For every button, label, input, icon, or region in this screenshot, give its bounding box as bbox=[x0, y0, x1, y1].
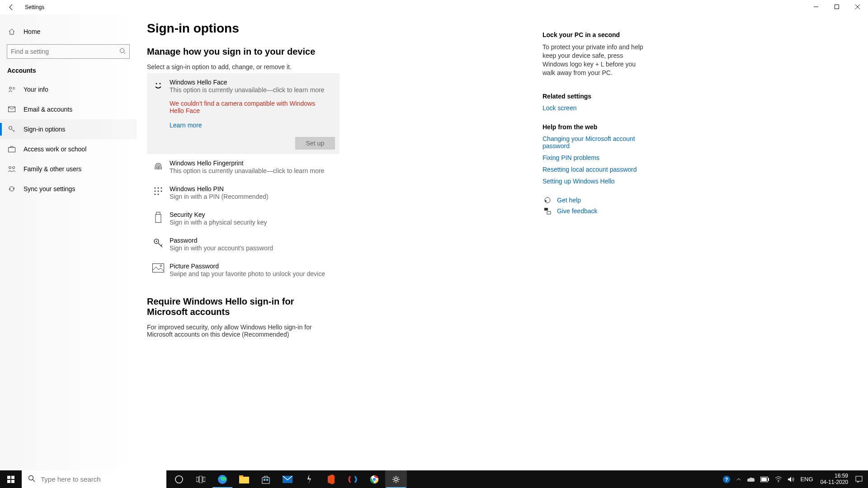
svg-rect-38 bbox=[7, 476, 10, 479]
search-settings[interactable] bbox=[7, 44, 130, 59]
svg-rect-47 bbox=[203, 477, 205, 482]
svg-rect-49 bbox=[239, 477, 249, 483]
svg-rect-40 bbox=[7, 480, 10, 483]
svg-point-14 bbox=[9, 167, 11, 169]
svg-point-33 bbox=[160, 265, 162, 267]
rail-related-title: Related settings bbox=[542, 93, 649, 100]
nav-label: Sync your settings bbox=[24, 185, 75, 192]
nav-home[interactable]: Home bbox=[0, 23, 137, 41]
taskbar-apps bbox=[168, 470, 407, 488]
option-hello-face[interactable]: Windows Hello Face This option is curren… bbox=[147, 73, 340, 154]
help-link-2[interactable]: Resetting local account password bbox=[542, 166, 649, 173]
tray-clock[interactable]: 16:59 04-11-2020 bbox=[816, 473, 853, 486]
svg-rect-41 bbox=[11, 480, 14, 483]
give-feedback-row[interactable]: Give feedback bbox=[542, 207, 649, 215]
svg-rect-39 bbox=[11, 476, 14, 479]
system-tray: ? ENG 16:59 04-11-2020 bbox=[720, 470, 868, 488]
option-picture-password[interactable]: Picture Password Swipe and tap your favo… bbox=[147, 257, 341, 283]
maximize-button[interactable] bbox=[826, 0, 847, 14]
setup-button[interactable]: Set up bbox=[295, 137, 335, 150]
learn-more-link[interactable]: Learn more bbox=[170, 122, 335, 129]
svg-point-4 bbox=[120, 48, 124, 52]
svg-point-24 bbox=[155, 194, 156, 195]
svg-point-42 bbox=[29, 475, 33, 480]
get-help-row[interactable]: Get help bbox=[542, 197, 649, 204]
nav-email-accounts[interactable]: Email & accounts bbox=[0, 99, 137, 119]
search-input[interactable] bbox=[11, 48, 119, 55]
tray-chevron-icon[interactable] bbox=[733, 470, 744, 488]
help-link-1[interactable]: Fixing PIN problems bbox=[542, 154, 649, 161]
option-hello-fingerprint[interactable]: Windows Hello Fingerprint This option is… bbox=[147, 154, 341, 180]
task-view-icon[interactable] bbox=[190, 470, 212, 488]
option-title: Windows Hello Fingerprint bbox=[170, 160, 337, 167]
back-button[interactable] bbox=[5, 0, 18, 14]
tray-notifications-icon[interactable] bbox=[853, 470, 865, 488]
page-title: Sign-in options bbox=[147, 21, 491, 36]
window-controls bbox=[806, 0, 868, 14]
help-link-3[interactable]: Setting up Windows Hello bbox=[542, 178, 649, 185]
option-password[interactable]: Password Sign in with your account's pas… bbox=[147, 231, 341, 257]
svg-point-19 bbox=[158, 188, 159, 189]
explorer-icon[interactable] bbox=[233, 470, 255, 488]
tray-time: 16:59 bbox=[821, 473, 848, 479]
chrome-icon[interactable] bbox=[363, 470, 385, 488]
search-icon bbox=[119, 48, 126, 56]
store-icon[interactable] bbox=[255, 470, 277, 488]
give-feedback-link[interactable]: Give feedback bbox=[557, 207, 598, 215]
option-title: Security Key bbox=[170, 211, 337, 218]
svg-rect-66 bbox=[856, 476, 862, 481]
link-lock-screen[interactable]: Lock screen bbox=[542, 104, 649, 112]
rail-lock-title: Lock your PC in a second bbox=[542, 31, 649, 38]
tray-volume-icon[interactable] bbox=[785, 470, 797, 488]
start-button[interactable] bbox=[0, 470, 22, 488]
app-icon-1[interactable] bbox=[298, 470, 320, 488]
rail-lock-desc: To protect your private info and help ke… bbox=[542, 43, 649, 77]
taskbar-search[interactable]: Type here to search bbox=[22, 470, 166, 488]
svg-point-25 bbox=[158, 194, 159, 195]
fingerprint-icon bbox=[150, 160, 167, 174]
svg-point-44 bbox=[175, 476, 183, 483]
nav-sync-settings[interactable]: Sync your settings bbox=[0, 179, 137, 199]
help-link-0[interactable]: Changing your Microsoft account password bbox=[542, 135, 649, 150]
svg-point-59 bbox=[395, 478, 397, 481]
rail-help-title: Help from the web bbox=[542, 123, 649, 131]
cortana-icon[interactable] bbox=[168, 470, 190, 488]
mail-app-icon[interactable] bbox=[277, 470, 298, 488]
option-hello-pin[interactable]: Windows Hello PIN Sign in with a PIN (Re… bbox=[147, 180, 341, 206]
require-hello-title: Require Windows Hello sign-in for Micros… bbox=[147, 296, 337, 317]
svg-rect-51 bbox=[262, 478, 269, 483]
nav-signin-options[interactable]: Sign-in options bbox=[0, 119, 137, 139]
app-icon-2[interactable] bbox=[342, 470, 363, 488]
close-button[interactable] bbox=[847, 0, 868, 14]
tray-onedrive-icon[interactable] bbox=[744, 470, 758, 488]
sidebar: Home Accounts Your info Email & accounts… bbox=[0, 14, 137, 470]
search-icon bbox=[28, 475, 35, 484]
nav-access-work[interactable]: Access work or school bbox=[0, 139, 137, 159]
svg-rect-37 bbox=[547, 211, 551, 214]
option-desc: Sign in with a PIN (Recommended) bbox=[170, 193, 337, 200]
tray-battery-icon[interactable] bbox=[758, 470, 772, 488]
option-desc: Sign in with your account's password bbox=[170, 244, 337, 252]
option-desc: This option is currently unavailable—cli… bbox=[170, 167, 337, 174]
nav-family-users[interactable]: Family & other users bbox=[0, 159, 137, 179]
office-icon[interactable] bbox=[320, 470, 342, 488]
face-icon bbox=[150, 79, 167, 91]
svg-text:?: ? bbox=[725, 477, 728, 482]
main: Sign-in options Manage how you sign in t… bbox=[147, 14, 868, 470]
sync-icon bbox=[7, 185, 16, 192]
minimize-button[interactable] bbox=[806, 0, 826, 14]
edge-icon[interactable] bbox=[212, 470, 233, 488]
tray-wifi-icon[interactable] bbox=[772, 470, 785, 488]
svg-rect-26 bbox=[156, 212, 160, 215]
option-title: Password bbox=[170, 237, 337, 244]
taskbar: Type here to search ? ENG 16:59 04-11-20… bbox=[0, 470, 868, 488]
require-hello-desc: For improved security, only allow Window… bbox=[147, 324, 337, 338]
option-security-key[interactable]: Security Key Sign in with a physical sec… bbox=[147, 206, 341, 231]
tray-lang[interactable]: ENG bbox=[797, 470, 816, 488]
tray-date: 04-11-2020 bbox=[821, 479, 848, 486]
get-help-link[interactable]: Get help bbox=[557, 197, 581, 204]
nav-your-info[interactable]: Your info bbox=[0, 80, 137, 99]
settings-app-icon[interactable] bbox=[385, 470, 407, 488]
option-error: We couldn't find a camera compatible wit… bbox=[170, 100, 323, 114]
tray-help-icon[interactable]: ? bbox=[720, 470, 733, 488]
